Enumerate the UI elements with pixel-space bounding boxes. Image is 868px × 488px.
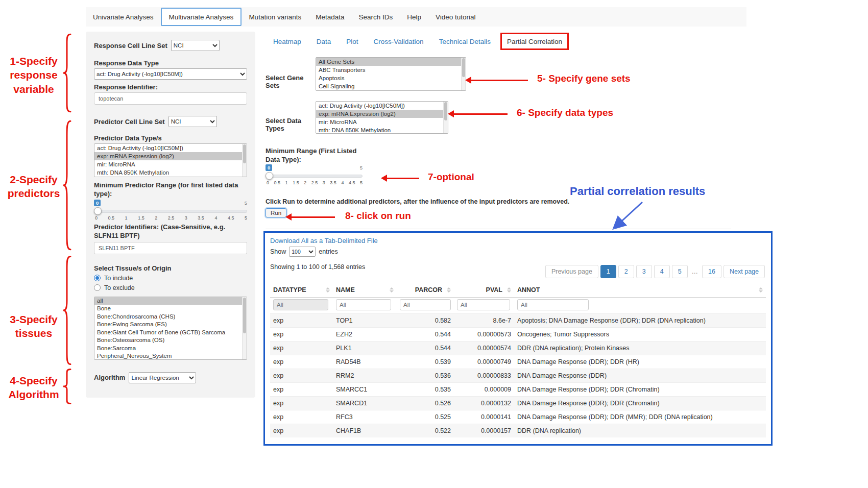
filter-parcor-input[interactable]: [400, 299, 451, 310]
sort-icon[interactable]: [759, 287, 763, 292]
next-page-button[interactable]: Next page: [724, 265, 765, 278]
sort-icon[interactable]: [390, 287, 394, 292]
response-cell-line-set-select[interactable]: NCI: [171, 40, 220, 51]
tissue-listbox[interactable]: all Bone Bone:Chondrosarcoma (CHS) Bone:…: [94, 297, 247, 360]
filter-annot-input[interactable]: [517, 299, 589, 310]
scrollbar[interactable]: [443, 102, 448, 133]
annotation-step2-label: 2-Specify predictors: [5, 173, 62, 201]
predictor-identifiers-input[interactable]: [94, 242, 247, 254]
page-size-select[interactable]: 100: [289, 247, 316, 257]
listbox-option[interactable]: Bone:Osteosarcoma (OS): [94, 336, 247, 345]
scrollbar[interactable]: [242, 144, 247, 177]
table-row[interactable]: exp EZH2 0.544 0.00000573 Oncogenes; Tum…: [270, 328, 766, 341]
listbox-option[interactable]: Bone:Giant Cell Tumor of Bone (GCTB) Sar…: [94, 329, 247, 337]
filter-name-input[interactable]: [336, 299, 391, 310]
scrollbar-thumb[interactable]: [243, 298, 246, 334]
listbox-option-selected[interactable]: exp: mRNA Expression (log2): [94, 152, 247, 160]
listbox-option[interactable]: Cell Signaling: [316, 82, 466, 90]
sort-icon[interactable]: [326, 287, 330, 292]
listbox-option[interactable]: act: Drug Activity (-log10[IC50M]): [94, 144, 247, 152]
table-row[interactable]: exp RRM2 0.536 0.00000833 DNA Damage Res…: [270, 369, 766, 383]
tab-data[interactable]: Data: [309, 32, 339, 51]
nav-tab-multivariate-analyses[interactable]: Multivariate Analyses: [161, 8, 242, 26]
page-button-4[interactable]: 4: [654, 265, 670, 278]
listbox-option[interactable]: Bone:Sarcoma: [94, 345, 247, 353]
listbox-option[interactable]: Apoptosis: [316, 74, 466, 82]
predictor-cell-line-set-select[interactable]: NCI: [168, 116, 217, 127]
listbox-option[interactable]: ABC Transporters: [316, 66, 466, 74]
scrollbar[interactable]: [461, 58, 466, 90]
listbox-option[interactable]: Bone:Chondrosarcoma (CHS): [94, 313, 247, 321]
slider-track[interactable]: [266, 175, 363, 178]
slider-handle[interactable]: [266, 172, 273, 180]
column-header-name[interactable]: NAME: [333, 283, 397, 298]
min-predictor-range-slider[interactable]: 0 5 0 0.5 1 1.5 2 2.5 3 3.5 4 4.5 5: [94, 200, 247, 223]
tissue-include-radio[interactable]: To include: [94, 275, 247, 282]
run-button[interactable]: Run: [266, 208, 286, 217]
sort-icon[interactable]: [447, 287, 451, 292]
min-range-slider[interactable]: 0 5 0 0.5 1 1.5 2 2.5 3 3.5 4 4.5 5: [266, 164, 363, 188]
listbox-option-selected[interactable]: All Gene Sets: [316, 58, 466, 66]
algorithm-select[interactable]: Linear Regression: [129, 372, 196, 383]
listbox-option[interactable]: Peripheral_Nervous_System: [94, 352, 247, 360]
tab-technical-details[interactable]: Technical Details: [431, 32, 498, 51]
page-button-16[interactable]: 16: [702, 265, 721, 278]
table-row[interactable]: exp TOP1 0.582 8.6e-7 Apoptosis; DNA Dam…: [270, 314, 766, 328]
listbox-option-selected[interactable]: exp: mRNA Expression (log2): [316, 110, 448, 118]
cell-datatype: exp: [270, 341, 333, 355]
column-header-datatype[interactable]: DATATYPE: [270, 283, 333, 298]
scrollbar-thumb[interactable]: [243, 144, 246, 163]
nav-tab-video-tutorial[interactable]: Video tutorial: [428, 7, 483, 27]
table-row[interactable]: exp SMARCD1 0.526 0.0000132 DNA Damage R…: [270, 397, 766, 410]
download-link[interactable]: Download All as a Tab-Delimited File: [270, 237, 378, 245]
nav-tab-metadata[interactable]: Metadata: [308, 7, 351, 27]
column-header-pval[interactable]: PVAL: [454, 283, 514, 298]
listbox-option[interactable]: mth: DNA 850K Methylation: [94, 168, 247, 177]
column-header-annot[interactable]: ANNOT: [514, 283, 766, 298]
predictor-data-types-listbox[interactable]: act: Drug Activity (-log10[IC50M]) exp: …: [94, 143, 247, 177]
slider-tick: 2.5: [168, 215, 175, 221]
page-button-1[interactable]: 1: [600, 265, 616, 278]
sort-icon[interactable]: [507, 287, 511, 292]
response-identifier-input[interactable]: [94, 92, 247, 105]
column-label: ANNOT: [517, 286, 540, 294]
cell-name: PLK1: [333, 341, 397, 355]
listbox-option[interactable]: mir: MicroRNA: [316, 118, 448, 126]
table-row[interactable]: exp RAD54B 0.539 0.00000749 DNA Damage R…: [270, 355, 766, 369]
table-row[interactable]: exp CHAF1B 0.522 0.0000157 DDR (DNA repl…: [270, 424, 766, 438]
slider-track[interactable]: [94, 210, 247, 213]
slider-tick: 1.5: [138, 215, 144, 221]
scrollbar-thumb[interactable]: [444, 102, 447, 120]
previous-page-button[interactable]: Previous page: [545, 265, 598, 278]
nav-tab-search-ids[interactable]: Search IDs: [351, 7, 400, 27]
table-row[interactable]: exp PLK1 0.544 0.00000574 DDR (DNA repli…: [270, 341, 766, 355]
nav-tab-univariate-analyses[interactable]: Univariate Analyses: [86, 7, 161, 27]
nav-tab-mutation-variants[interactable]: Mutation variants: [242, 7, 308, 27]
tab-cross-validation[interactable]: Cross-Validation: [366, 32, 431, 51]
tab-heatmap[interactable]: Heatmap: [266, 32, 309, 51]
listbox-option[interactable]: mth: DNA 850K Methylation: [316, 126, 448, 134]
filter-pval-input[interactable]: [457, 299, 510, 310]
table-row[interactable]: exp SMARCC1 0.535 0.000009 DNA Damage Re…: [270, 383, 766, 397]
gene-sets-listbox[interactable]: All Gene Sets ABC Transporters Apoptosis…: [316, 57, 466, 91]
listbox-option[interactable]: act: Drug Activity (-log10[IC50M]): [316, 102, 448, 110]
listbox-option[interactable]: Bone:Ewing Sarcoma (ES): [94, 321, 247, 329]
column-header-parcor[interactable]: PARCOR: [397, 283, 454, 298]
tissue-exclude-radio[interactable]: To exclude: [94, 284, 247, 291]
tab-partial-correlation[interactable]: Partial Correlation: [500, 33, 569, 50]
scrollbar[interactable]: [242, 297, 247, 359]
filter-datatype-input[interactable]: [273, 299, 328, 310]
response-data-type-select[interactable]: act: Drug Activity (-log10[IC50M]): [94, 68, 247, 80]
listbox-option[interactable]: Bone: [94, 305, 247, 313]
table-row[interactable]: exp RFC3 0.525 0.0000141 DNA Damage Resp…: [270, 410, 766, 424]
listbox-option[interactable]: mir: MicroRNA: [94, 160, 247, 168]
tab-plot[interactable]: Plot: [339, 32, 366, 51]
listbox-option-selected[interactable]: all: [94, 297, 247, 305]
data-types-listbox[interactable]: act: Drug Activity (-log10[IC50M]) exp: …: [316, 101, 448, 134]
page-button-3[interactable]: 3: [636, 265, 652, 278]
nav-tab-help[interactable]: Help: [400, 7, 428, 27]
slider-handle[interactable]: [94, 207, 102, 215]
page-button-2[interactable]: 2: [618, 265, 634, 278]
scrollbar-thumb[interactable]: [462, 58, 465, 77]
page-button-5[interactable]: 5: [672, 265, 688, 278]
